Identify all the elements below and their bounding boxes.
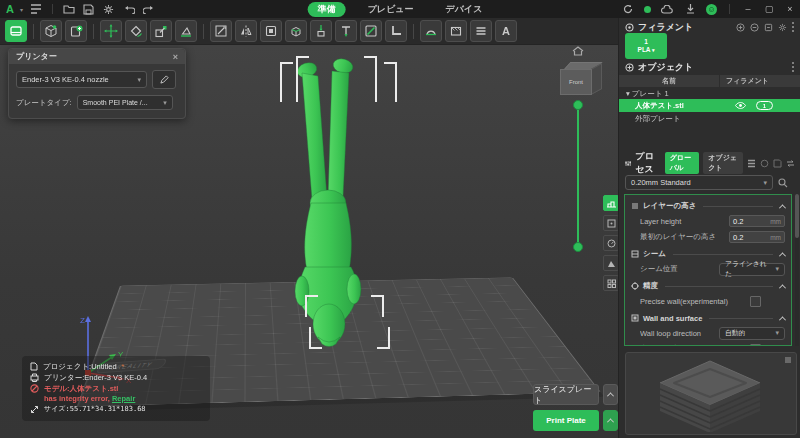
text-tool-icon[interactable]: A bbox=[495, 20, 517, 42]
view-cube-icon[interactable] bbox=[40, 20, 62, 42]
redo-icon[interactable] bbox=[142, 2, 156, 16]
single-top-wall-checkbox[interactable] bbox=[750, 344, 761, 347]
tab-device[interactable]: デバイス bbox=[436, 2, 493, 17]
support-block-icon[interactable] bbox=[285, 20, 307, 42]
edit-printer-button[interactable] bbox=[152, 70, 176, 89]
collapse-icon[interactable] bbox=[779, 316, 786, 323]
filament-slot-chip[interactable]: 1 PLA bbox=[625, 33, 667, 59]
plate-tool-button[interactable] bbox=[5, 20, 27, 42]
param-list-icon[interactable] bbox=[747, 159, 756, 168]
add-filament-icon[interactable] bbox=[736, 23, 745, 32]
sync-filament-icon[interactable] bbox=[764, 23, 773, 32]
filament-settings-gear-icon[interactable] bbox=[778, 23, 787, 32]
section-layer-height[interactable]: レイヤーの高さ bbox=[631, 199, 785, 213]
shell-tool-icon[interactable] bbox=[260, 20, 282, 42]
drop-to-plate-icon[interactable] bbox=[310, 20, 332, 42]
support-pin-icon[interactable] bbox=[335, 20, 357, 42]
object-row[interactable]: 外部プレート bbox=[619, 112, 800, 125]
filament-more-icon[interactable] bbox=[792, 26, 794, 28]
close-button[interactable]: × bbox=[784, 4, 796, 14]
view-navigation-cube[interactable]: Front bbox=[558, 58, 606, 98]
collapse-icon[interactable] bbox=[779, 252, 786, 259]
home-view-icon[interactable] bbox=[572, 46, 584, 56]
pattern-lines-icon[interactable] bbox=[470, 20, 492, 42]
scrollbar-thumb[interactable] bbox=[795, 194, 799, 238]
column-filament[interactable]: フィラメント bbox=[720, 75, 800, 87]
logo-caret-icon[interactable]: ▾ bbox=[20, 6, 23, 13]
precise-wall-checkbox[interactable] bbox=[750, 296, 761, 307]
clip-slider-top-handle[interactable] bbox=[573, 100, 583, 110]
layer-height-input[interactable]: 0.2mm bbox=[729, 215, 785, 227]
visibility-eye-icon[interactable] bbox=[735, 102, 746, 109]
plate-type-select[interactable]: Smooth PEI Plate /... bbox=[77, 95, 173, 110]
print-plate-button[interactable]: Print Plate bbox=[533, 410, 599, 431]
print-options-button[interactable] bbox=[603, 410, 618, 431]
minimize-button[interactable]: – bbox=[742, 4, 754, 14]
undo-icon[interactable] bbox=[122, 2, 136, 16]
slice-plate-button[interactable]: スライスプレート bbox=[533, 384, 599, 405]
object-filament-badge[interactable]: 1 bbox=[756, 101, 773, 110]
preset-select[interactable]: 0.20mm Standard bbox=[625, 175, 773, 190]
filament-material[interactable]: PLA bbox=[638, 46, 655, 54]
grid-view-icon[interactable] bbox=[603, 275, 618, 291]
add-model-icon[interactable] bbox=[65, 20, 87, 42]
save-preset-icon[interactable] bbox=[773, 159, 782, 168]
clip-slider-track[interactable] bbox=[577, 105, 579, 247]
layer-preview-icon[interactable] bbox=[603, 195, 618, 211]
measure-tool-icon[interactable] bbox=[210, 20, 232, 42]
remove-filament-icon[interactable] bbox=[750, 23, 759, 32]
slice-options-button[interactable] bbox=[603, 384, 618, 405]
object-row-selected[interactable]: 人体テスト.stl 1 bbox=[619, 99, 800, 112]
navcube-front-face[interactable]: Front bbox=[560, 69, 592, 95]
tab-preview[interactable]: プレビュー bbox=[358, 2, 424, 17]
purge-tower-icon[interactable] bbox=[603, 255, 618, 271]
infill-tool-icon[interactable] bbox=[445, 20, 467, 42]
rotate-tool-icon[interactable] bbox=[125, 20, 147, 42]
seam-position-select[interactable]: アラインされた bbox=[719, 263, 785, 276]
collapse-icon[interactable] bbox=[779, 204, 786, 211]
preview-stack-icon[interactable] bbox=[784, 356, 792, 364]
save-icon[interactable] bbox=[82, 2, 96, 16]
viewport-3d[interactable]: CREALITY プリンター × Ender-3 V3 KE-0.4 nozzl… bbox=[0, 45, 618, 438]
settings-gear-icon[interactable] bbox=[102, 2, 116, 16]
navcube-side-face[interactable] bbox=[591, 63, 602, 95]
section-precision[interactable]: 精度 bbox=[631, 279, 785, 293]
mirror-tool-icon[interactable] bbox=[235, 20, 257, 42]
move-tool-icon[interactable] bbox=[100, 20, 122, 42]
process-settings-list[interactable]: レイヤーの高さ Layer height 0.2mm 最初のレイヤーの高さ 0.… bbox=[624, 194, 792, 346]
sync-preset-icon[interactable] bbox=[786, 159, 795, 168]
clip-slider-bottom-handle[interactable] bbox=[573, 242, 583, 252]
reset-icon[interactable] bbox=[760, 159, 769, 168]
auto-orient-icon[interactable] bbox=[385, 20, 407, 42]
maximize-button[interactable]: ▢ bbox=[763, 4, 775, 14]
lay-flat-tool-icon[interactable] bbox=[175, 20, 197, 42]
main-menu-button[interactable] bbox=[29, 2, 43, 16]
bounding-box-icon[interactable] bbox=[603, 215, 618, 231]
scale-tool-icon[interactable] bbox=[150, 20, 172, 42]
objects-more-icon[interactable] bbox=[792, 66, 794, 68]
column-name[interactable]: 名前 bbox=[619, 75, 720, 87]
sync-icon[interactable] bbox=[621, 2, 635, 16]
app-logo[interactable]: A bbox=[6, 4, 14, 15]
paint-tool-icon[interactable] bbox=[360, 20, 382, 42]
section-wall-surface[interactable]: Wall and surface bbox=[631, 311, 785, 325]
tab-global[interactable]: グローバル bbox=[665, 152, 700, 174]
plate-preview-box[interactable] bbox=[625, 352, 797, 435]
plate-group-row[interactable]: ▾ プレート 1 bbox=[619, 88, 800, 99]
repair-link[interactable]: Repair bbox=[112, 394, 135, 403]
tab-prepare[interactable]: 準備 bbox=[308, 2, 346, 17]
printer-select[interactable]: Ender-3 V3 KE-0.4 nozzle bbox=[16, 71, 147, 88]
cloud-upload-icon[interactable] bbox=[660, 2, 674, 16]
user-avatar[interactable]: ☺ bbox=[706, 4, 717, 15]
download-icon[interactable] bbox=[683, 2, 697, 16]
seam-tool-icon[interactable] bbox=[420, 20, 442, 42]
open-file-icon[interactable] bbox=[62, 2, 76, 16]
collapse-icon[interactable] bbox=[779, 284, 786, 291]
search-icon[interactable] bbox=[778, 178, 788, 188]
wall-loop-direction-select[interactable]: 自動的 bbox=[719, 327, 785, 340]
settings-scrollbar[interactable] bbox=[795, 194, 799, 346]
printer-panel-close-icon[interactable]: × bbox=[173, 52, 178, 62]
tab-object[interactable]: オブジェクト bbox=[703, 152, 743, 174]
first-layer-height-input[interactable]: 0.2mm bbox=[729, 231, 785, 243]
speed-gauge-icon[interactable] bbox=[603, 235, 618, 251]
